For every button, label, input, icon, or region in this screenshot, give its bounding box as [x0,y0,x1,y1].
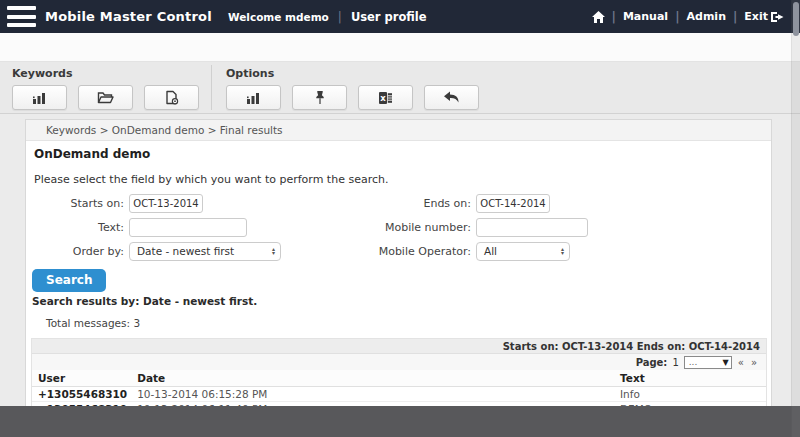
cell-text: Info [614,387,766,402]
header-divider: | [338,10,342,24]
search-form: Starts on: Text: Order by: Date - newest… [26,193,771,261]
home-icon[interactable] [592,11,605,23]
hamburger-menu-icon[interactable] [7,6,36,27]
ends-on-label: Ends on: [366,197,471,210]
column-header-date: Date [131,370,614,387]
svg-text:x: x [380,93,386,103]
options-group: Options x [212,62,491,113]
undo-icon [443,91,460,104]
total-messages: Total messages: 3 [26,307,771,329]
scrollbar-thumb[interactable] [793,2,799,36]
bar-chart-icon [32,91,47,105]
vertical-scrollbar[interactable] [791,0,800,437]
results-date-range: Starts on: OCT-13-2014 Ends on: OCT-14-2… [32,339,766,354]
order-by-label: Order by: [34,245,124,258]
options-excel-export-button[interactable]: x [358,85,413,110]
page-select-value: ... [689,357,698,367]
prev-page-button[interactable]: « [737,357,745,368]
manual-link[interactable]: Manual [623,10,668,23]
text-label: Text: [34,221,124,234]
keywords-new-file-button[interactable] [144,85,199,110]
select-stepper-icon: ▴▾ [272,247,275,255]
table-header-row: User Date Text [32,370,766,387]
page-label: Page: [636,357,668,368]
header-user-area: Welcome mdemo | User profile [228,10,427,24]
chevron-down-icon: ▼ [723,358,729,367]
mobile-operator-select[interactable]: All ▴▾ [476,242,570,261]
starts-on-label: Starts on: [34,197,124,210]
ends-on-field[interactable] [476,194,550,213]
order-by-value: Date - newest first [137,245,234,257]
main-panel: Keywords > OnDemand demo > Final results… [25,119,772,433]
select-stepper-icon: ▴▾ [561,247,564,255]
mobile-operator-label: Mobile Operator: [366,245,471,258]
order-by-select[interactable]: Date - newest first ▴▾ [129,242,281,261]
search-results-summary: Search results by: Date - newest first. [26,292,771,307]
cell-user: +13055468310 [32,387,131,402]
pagination-bar: Page: 1 ... ▼ « » [32,354,766,370]
options-back-button[interactable] [424,85,479,110]
options-report-button[interactable] [226,85,281,110]
welcome-text: Welcome mdemo [228,11,329,23]
page-select-dropdown[interactable]: ... ▼ [684,356,732,369]
mobile-number-label: Mobile number: [366,221,471,234]
sign-out-icon [771,11,784,23]
header-divider: | [612,10,616,24]
folder-open-icon [97,91,114,104]
keywords-group: Keywords [0,62,211,113]
exit-link[interactable]: Exit [744,10,784,23]
header-spacer [0,33,800,62]
admin-link[interactable]: Admin [687,10,726,23]
page-number: 1 [672,357,678,368]
toolbar: Keywords Options [0,62,800,114]
next-page-button[interactable]: » [750,357,758,368]
page-title: OnDemand demo [26,141,771,161]
table-row: +13055468310 10-13-2014 06:15:28 PM Info [32,387,766,402]
search-instruction: Please select the field by which you wan… [26,161,771,191]
column-header-text: Text [614,370,766,387]
search-button[interactable]: Search [32,269,106,292]
mobile-operator-value: All [484,245,497,257]
excel-export-icon: x [378,91,393,105]
app-header: Mobile Master Control Welcome mdemo | Us… [0,0,800,33]
bar-chart-icon [246,91,261,105]
header-divider: | [675,10,679,24]
footer-bar [0,406,800,437]
header-divider: | [733,10,737,24]
text-field[interactable] [129,218,247,237]
column-header-user: User [32,370,131,387]
mobile-number-field[interactable] [476,218,588,237]
header-nav: | Manual | Admin | Exit [592,10,800,24]
keywords-report-button[interactable] [12,85,67,110]
keywords-open-folder-button[interactable] [78,85,133,110]
keywords-group-label: Keywords [12,67,199,80]
options-group-label: Options [226,67,479,80]
app-title: Mobile Master Control [45,9,212,24]
file-add-icon [165,90,179,105]
breadcrumb[interactable]: Keywords > OnDemand demo > Final results [26,120,771,141]
cell-date: 10-13-2014 06:15:28 PM [131,387,614,402]
options-pin-button[interactable] [292,85,347,110]
exit-label: Exit [744,10,768,23]
user-profile-link[interactable]: User profile [351,10,427,24]
starts-on-field[interactable] [129,194,203,213]
pin-icon [314,90,326,105]
